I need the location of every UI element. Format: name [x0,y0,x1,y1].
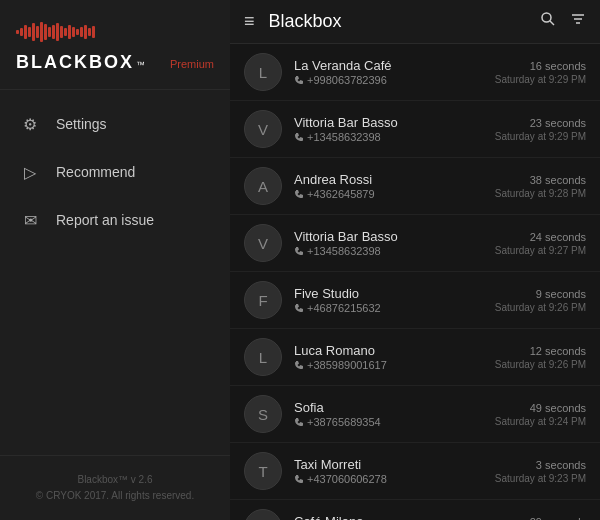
phone-icon [294,417,304,427]
call-name: Five Studio [294,286,483,301]
avatar: T [244,452,282,490]
duration-seconds: 9 seconds [495,288,586,300]
call-name: La Veranda Café [294,58,483,73]
duration-seconds: 38 seconds [495,174,586,186]
drawer-header: BLACKBOX™ Premium [0,0,230,90]
wave-bar [40,22,43,42]
avatar: F [244,281,282,319]
call-duration: 23 seconds Saturday at 9:29 PM [495,117,586,142]
wave-bar [16,30,19,34]
wave-bar [76,29,79,35]
phone-icon [294,474,304,484]
avatar: L [244,53,282,91]
duration-time: Saturday at 9:26 PM [495,302,586,313]
avatar: S [244,395,282,433]
main-header: ≡ Blackbox [230,0,600,44]
drawer-footer-line2: © CRYOK 2017. All rights reserved. [16,488,214,504]
wave-bar [56,23,59,41]
wave-bar [84,25,87,39]
call-item[interactable]: L Luca Romano +385989001617 12 seconds S… [230,329,600,386]
wave-bar [88,28,91,36]
call-info: Luca Romano +385989001617 [294,343,483,371]
drawer-item-report[interactable]: Report an issue [0,196,230,244]
call-name: Taxi Morreti [294,457,483,472]
hamburger-menu-icon[interactable]: ≡ [244,11,255,32]
search-icon[interactable] [540,11,556,32]
duration-seconds: 16 seconds [495,60,586,72]
avatar: A [244,167,282,205]
wave-bar [60,26,63,38]
wave-bar [48,27,51,37]
call-item[interactable]: V Vittoria Bar Basso +13458632398 24 sec… [230,215,600,272]
drawer-panel: BLACKBOX™ Premium Settings Recommend Rep… [0,0,230,520]
call-name: Andrea Rossi [294,172,483,187]
filter-icon[interactable] [570,11,586,32]
call-item[interactable]: T Taxi Morreti +437060606278 3 seconds S… [230,443,600,500]
call-info: Sofia +38765689354 [294,400,483,428]
wave-bar [44,24,47,40]
call-number: +13458632398 [294,131,483,143]
drawer-footer-line1: Blackbox™ v 2.6 [16,472,214,488]
call-info: Five Studio +46876215632 [294,286,483,314]
duration-time: Saturday at 9:26 PM [495,359,586,370]
avatar: V [244,110,282,148]
settings-icon [20,114,40,134]
avatar: V [244,224,282,262]
call-name: Vittoria Bar Basso [294,115,483,130]
logo-waveform [16,20,214,44]
drawer-menu: Settings Recommend Report an issue [0,90,230,455]
call-info: Taxi Morreti +437060606278 [294,457,483,485]
call-name: Café Milano [294,514,483,520]
wave-bar [24,25,27,39]
wave-bar [28,27,31,37]
call-item[interactable]: L La Veranda Café +998063782396 16 secon… [230,44,600,101]
wave-bar [64,28,67,36]
wave-bar [32,23,35,41]
call-name: Luca Romano [294,343,483,358]
call-duration: 29 seconds Saturday at 9:22 PM [495,516,586,521]
call-number: +385989001617 [294,359,483,371]
wave-bar [72,27,75,37]
drawer-report-label: Report an issue [56,212,154,228]
call-number: +4362645879 [294,188,483,200]
call-duration: 49 seconds Saturday at 9:24 PM [495,402,586,427]
call-item[interactable]: V Vittoria Bar Basso +13458632398 23 sec… [230,101,600,158]
phone-icon [294,246,304,256]
logo-tm: ™ [136,60,145,70]
call-name: Sofia [294,400,483,415]
duration-time: Saturday at 9:23 PM [495,473,586,484]
duration-seconds: 49 seconds [495,402,586,414]
duration-seconds: 3 seconds [495,459,586,471]
drawer-footer: Blackbox™ v 2.6 © CRYOK 2017. All rights… [0,455,230,520]
call-item[interactable]: C Café Milano +4361658469 29 seconds Sat… [230,500,600,520]
duration-time: Saturday at 9:28 PM [495,188,586,199]
main-panel: ≡ Blackbox L La Veranda Café [230,0,600,520]
call-duration: 38 seconds Saturday at 9:28 PM [495,174,586,199]
drawer-item-recommend[interactable]: Recommend [0,148,230,196]
call-number: +46876215632 [294,302,483,314]
call-item[interactable]: F Five Studio +46876215632 9 seconds Sat… [230,272,600,329]
duration-time: Saturday at 9:29 PM [495,131,586,142]
call-item[interactable]: S Sofia +38765689354 49 seconds Saturday… [230,386,600,443]
wave-bar [80,27,83,37]
logo-text-row: BLACKBOX™ Premium [16,52,214,73]
call-item[interactable]: A Andrea Rossi +4362645879 38 seconds Sa… [230,158,600,215]
svg-point-0 [542,13,551,22]
drawer-item-settings[interactable]: Settings [0,100,230,148]
avatar: C [244,509,282,520]
duration-seconds: 24 seconds [495,231,586,243]
call-duration: 3 seconds Saturday at 9:23 PM [495,459,586,484]
call-duration: 9 seconds Saturday at 9:26 PM [495,288,586,313]
call-list: L La Veranda Café +998063782396 16 secon… [230,44,600,520]
call-duration: 24 seconds Saturday at 9:27 PM [495,231,586,256]
duration-seconds: 12 seconds [495,345,586,357]
phone-icon [294,75,304,85]
duration-seconds: 29 seconds [495,516,586,521]
drawer-settings-label: Settings [56,116,107,132]
call-info: La Veranda Café +998063782396 [294,58,483,86]
wave-bar [92,26,95,38]
app-title: Blackbox [269,11,540,32]
wave-bar [52,25,55,39]
call-info: Café Milano +4361658469 [294,514,483,520]
recommend-icon [20,162,40,182]
